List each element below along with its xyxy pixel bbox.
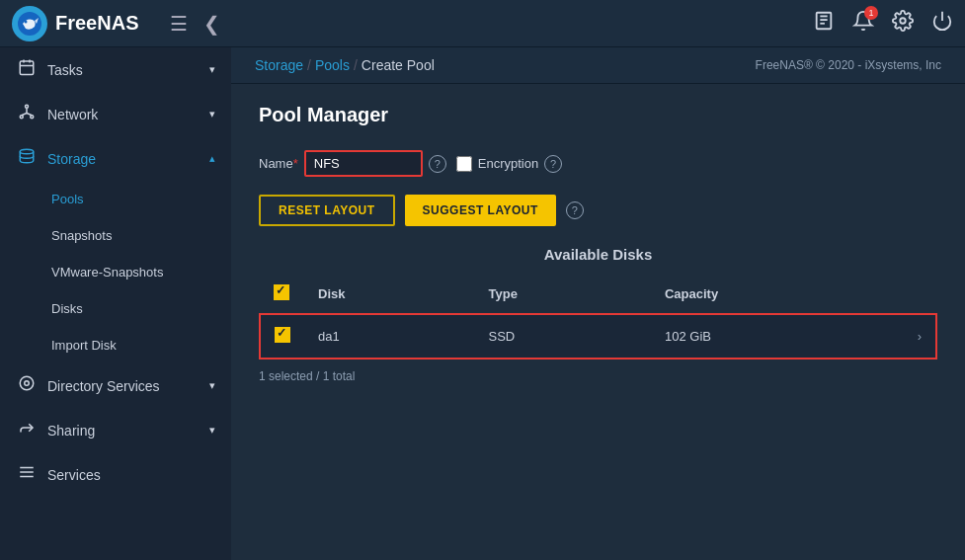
bell-icon[interactable]: 1	[852, 10, 874, 37]
sidebar-item-tasks[interactable]: Tasks ▾	[0, 47, 231, 92]
copyright: FreeNAS® © 2020 - iXsystems, Inc	[756, 58, 941, 72]
sidebar-item-label: Tasks	[47, 62, 83, 78]
sidebar-item-label: Storage	[47, 151, 96, 167]
encryption-label: Encryption	[478, 156, 538, 171]
sidebar-item-sharing[interactable]: Sharing ▾	[0, 408, 231, 452]
encryption-checkbox[interactable]	[456, 156, 472, 172]
table-header-row: Disk Type Capacity	[260, 275, 936, 314]
sidebar-item-label: VMware-Snapshots	[51, 265, 163, 280]
table-row: da1 SSD 102 GiB ›	[260, 314, 936, 359]
name-help-icon[interactable]: ?	[429, 155, 446, 173]
required-marker: *	[293, 156, 298, 171]
directory-services-icon	[16, 374, 38, 397]
logo: FreeNAS	[12, 6, 138, 41]
sidebar-item-storage[interactable]: Storage ▴	[0, 136, 231, 181]
breadcrumb-sep1: /	[307, 57, 311, 73]
sidebar-item-disks[interactable]: Disks	[0, 290, 231, 327]
top-navigation: FreeNAS ☰ ❮ 1	[0, 0, 965, 47]
sharing-icon	[16, 419, 38, 441]
directory-services-arrow: ▾	[209, 379, 215, 392]
main-layout: Tasks ▾ Network ▾ Storage ▴ Pools Snapsh…	[0, 47, 965, 560]
svg-line-17	[27, 114, 32, 116]
sidebar-item-import-disk[interactable]: Import Disk	[0, 327, 231, 363]
sidebar-item-label: Pools	[51, 192, 84, 206]
buttons-row: RESET LAYOUT SUGGEST LAYOUT ?	[259, 195, 937, 226]
content-area: Storage / Pools / Create Pool FreeNAS® ©…	[231, 47, 965, 560]
breadcrumb-current: Create Pool	[362, 57, 435, 73]
header-disk: Disk	[304, 275, 475, 314]
breadcrumb-storage[interactable]: Storage	[255, 57, 303, 73]
disk-expand-cell[interactable]: ›	[904, 314, 936, 359]
sidebar: Tasks ▾ Network ▾ Storage ▴ Pools Snapsh…	[0, 47, 231, 560]
svg-point-19	[20, 376, 34, 390]
selected-count: 1 selected / 1 total	[259, 369, 937, 383]
breadcrumb-bar: Storage / Pools / Create Pool FreeNAS® ©…	[231, 47, 965, 84]
breadcrumb-sep2: /	[354, 57, 358, 73]
name-label: Name*	[259, 156, 298, 171]
svg-point-12	[26, 105, 29, 108]
power-icon[interactable]	[931, 10, 953, 37]
pool-manager-title: Pool Manager	[259, 104, 937, 126]
select-all-checkbox[interactable]	[274, 284, 289, 300]
svg-point-6	[900, 18, 906, 24]
encryption-help-icon[interactable]: ?	[544, 155, 562, 173]
disk-check-cell	[260, 314, 304, 359]
logo-icon	[12, 6, 47, 41]
suggest-help-icon[interactable]: ?	[566, 201, 584, 219]
sidebar-item-label: Disks	[51, 301, 83, 316]
storage-icon	[16, 147, 38, 170]
services-icon	[16, 463, 38, 486]
storage-arrow: ▴	[209, 152, 215, 165]
tasks-icon	[16, 58, 38, 81]
header-check	[260, 275, 304, 314]
pool-name-input[interactable]	[304, 150, 423, 177]
sidebar-item-network[interactable]: Network ▾	[0, 92, 231, 136]
sidebar-item-label: Import Disk	[51, 338, 117, 353]
tasks-arrow: ▾	[209, 63, 215, 76]
name-input-wrapper: Name* ?	[259, 150, 446, 177]
brand-name: FreeNAS	[55, 12, 138, 35]
sidebar-item-label: Snapshots	[51, 228, 112, 243]
topnav-right: 1	[813, 10, 953, 37]
reset-layout-button[interactable]: RESET LAYOUT	[259, 195, 395, 226]
available-disks-title: Available Disks	[259, 246, 937, 263]
header-capacity: Capacity	[651, 275, 904, 314]
suggest-layout-button[interactable]: SUGGEST LAYOUT	[405, 195, 556, 226]
sidebar-item-directory-services[interactable]: Directory Services ▾	[0, 363, 231, 408]
disk-capacity-cell: 102 GiB	[651, 314, 904, 359]
nav-icons: ☰ ❮	[166, 8, 224, 40]
sidebar-item-snapshots[interactable]: Snapshots	[0, 217, 231, 254]
svg-point-1	[25, 20, 28, 23]
notes-icon[interactable]	[813, 10, 835, 37]
svg-point-13	[20, 116, 23, 119]
breadcrumb: Storage / Pools / Create Pool	[255, 57, 435, 73]
pool-manager: Pool Manager Name* ? Encryption ?	[231, 84, 965, 560]
svg-point-14	[31, 116, 34, 119]
network-arrow: ▾	[209, 108, 215, 120]
disks-table: Disk Type Capacity da1 SSD 102 GiB	[259, 275, 937, 360]
back-icon[interactable]: ❮	[200, 8, 224, 40]
gear-icon[interactable]	[892, 10, 914, 37]
disk-name-cell: da1	[304, 314, 475, 359]
svg-rect-8	[20, 61, 34, 75]
sidebar-item-label: Network	[47, 107, 98, 122]
svg-point-18	[20, 149, 34, 154]
sidebar-item-label: Services	[47, 467, 101, 483]
menu-icon[interactable]: ☰	[166, 8, 192, 40]
network-icon	[16, 103, 38, 125]
disk-type-cell: SSD	[475, 314, 651, 359]
svg-point-20	[25, 381, 30, 386]
sidebar-item-pools[interactable]: Pools	[0, 181, 231, 217]
header-type: Type	[475, 275, 651, 314]
svg-line-16	[22, 114, 27, 116]
encryption-row: Encryption ?	[456, 155, 562, 173]
sidebar-item-label: Directory Services	[47, 378, 160, 394]
bell-badge: 1	[864, 6, 878, 20]
name-encryption-row: Name* ? Encryption ?	[259, 150, 937, 177]
disk-checkbox-da1[interactable]	[275, 327, 290, 343]
sharing-arrow: ▾	[209, 424, 215, 437]
sidebar-item-services[interactable]: Services	[0, 452, 231, 497]
sidebar-item-label: Sharing	[47, 423, 95, 439]
breadcrumb-pools[interactable]: Pools	[315, 57, 350, 73]
sidebar-item-vmware-snapshots[interactable]: VMware-Snapshots	[0, 254, 231, 290]
